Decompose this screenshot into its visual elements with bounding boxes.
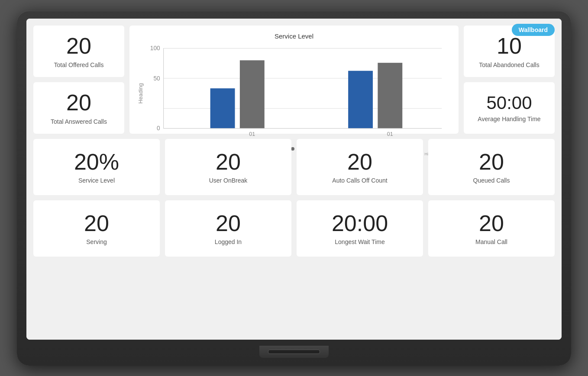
serving-card: 20 Serving	[33, 200, 160, 257]
total-offered-calls-label: Total Offered Calls	[54, 61, 104, 68]
screen-content: Wallboard 20 Total Offered Calls 20 Tota…	[26, 19, 562, 340]
total-offered-calls-value: 20	[66, 34, 91, 58]
bar-ivr-2	[348, 71, 373, 128]
logged-in-card: 20 Logged In	[165, 200, 291, 257]
queued-calls-card: 20 Queued Calls	[428, 139, 555, 195]
wallboard-badge: Wallboard	[512, 24, 555, 36]
svg-text:Heading: Heading	[138, 83, 144, 103]
total-answered-calls-value: 20	[66, 90, 91, 115]
monitor-outer: Wallboard 20 Total Offered Calls 20 Tota…	[17, 11, 571, 366]
monitor-stand	[259, 346, 329, 358]
right-col: 10 Total Abandoned Calls 50:00 Average H…	[464, 26, 555, 134]
total-answered-calls-label: Total Answered Calls	[51, 118, 107, 125]
total-abandoned-calls-label: Total Abandoned Calls	[479, 61, 539, 68]
row2: 20% Service Level 20 User OnBreak 20 Aut…	[33, 139, 555, 195]
user-onbreak-card: 20 User OnBreak	[165, 139, 291, 195]
logged-in-value: 20	[216, 211, 241, 236]
manual-call-label: Manual Call	[475, 238, 507, 245]
monitor-stand-bar	[268, 350, 320, 354]
row3: 20 Serving 20 Logged In 20:00 Longest Wa…	[33, 200, 555, 257]
serving-label: Serving	[86, 238, 107, 245]
user-onbreak-value: 20	[216, 150, 241, 174]
manual-call-card: 20 Manual Call	[428, 200, 555, 257]
total-abandoned-calls-value: 10	[497, 34, 522, 58]
auto-calls-off-count-card: 20 Auto Calls Off Count	[297, 139, 423, 195]
bar-agents-2	[378, 63, 402, 129]
logged-in-label: Logged In	[215, 238, 242, 245]
longest-wait-time-card: 20:00 Longest Wait Time	[297, 200, 423, 257]
queued-calls-value: 20	[479, 150, 504, 174]
left-col: 20 Total Offered Calls 20 Total Answered…	[33, 26, 124, 134]
serving-value: 20	[84, 211, 109, 236]
service-level-chart-card: Service Level 100 50 0	[129, 26, 459, 134]
avg-handling-time-card: 50:00 Average Handling Time	[464, 82, 555, 134]
longest-wait-time-label: Longest Wait Time	[335, 238, 384, 245]
longest-wait-time-value: 20:00	[332, 211, 388, 236]
avg-handling-time-value: 50:00	[486, 93, 532, 113]
service-level-value: 20%	[74, 150, 119, 174]
chart-area: 100 50 0 Heading 01	[136, 43, 452, 144]
svg-text:01: 01	[387, 131, 393, 137]
auto-calls-off-count-value: 20	[347, 150, 372, 174]
svg-text:100: 100	[150, 45, 160, 51]
service-level-card: 20% Service Level	[33, 139, 160, 195]
user-onbreak-label: User OnBreak	[209, 177, 248, 184]
svg-text:0: 0	[157, 125, 160, 132]
queued-calls-label: Queued Calls	[473, 177, 510, 184]
total-answered-calls-card: 20 Total Answered Calls	[33, 82, 124, 134]
manual-call-value: 20	[479, 211, 504, 236]
bar-ivr-1	[210, 88, 235, 129]
avg-handling-time-label: Average Handling Time	[478, 116, 540, 122]
total-offered-calls-card: 20 Total Offered Calls	[33, 26, 124, 77]
svg-text:50: 50	[153, 75, 160, 81]
svg-text:01: 01	[249, 131, 255, 137]
row1: 20 Total Offered Calls 20 Total Answered…	[33, 26, 555, 134]
monitor-screen: Wallboard 20 Total Offered Calls 20 Tota…	[26, 19, 562, 340]
bar-agents-1	[240, 60, 265, 128]
chart-title: Service Level	[136, 32, 452, 40]
auto-calls-off-count-label: Auto Calls Off Count	[332, 177, 387, 184]
chart-svg: 100 50 0 Heading 01	[136, 43, 452, 144]
service-level-label: Service Level	[78, 177, 115, 184]
